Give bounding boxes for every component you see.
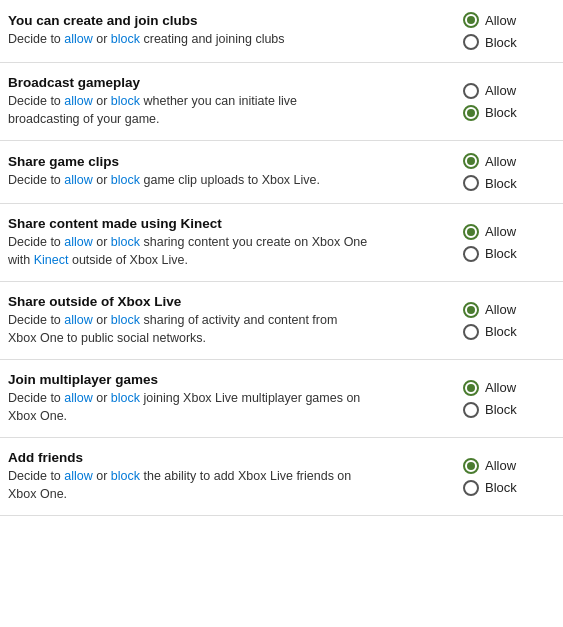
- block-label-kinect: Block: [485, 246, 517, 261]
- setting-desc-link-broadcast[interactable]: block: [111, 94, 140, 108]
- setting-row-broadcast: Broadcast gameplayDecide to allow or blo…: [0, 63, 563, 141]
- allow-option-friends[interactable]: Allow: [463, 458, 516, 474]
- setting-title-multiplayer: Join multiplayer games: [8, 372, 368, 387]
- setting-row-multiplayer: Join multiplayer gamesDecide to allow or…: [0, 360, 563, 438]
- allow-label-gameclips: Allow: [485, 154, 516, 169]
- block-label-outside: Block: [485, 324, 517, 339]
- setting-text-kinect: Share content made using KinectDecide to…: [8, 216, 378, 269]
- allow-option-outside[interactable]: Allow: [463, 302, 516, 318]
- block-option-broadcast[interactable]: Block: [463, 105, 517, 121]
- allow-option-kinect[interactable]: Allow: [463, 224, 516, 240]
- setting-title-outside: Share outside of Xbox Live: [8, 294, 368, 309]
- block-option-gameclips[interactable]: Block: [463, 175, 517, 191]
- radio-group-clubs: AllowBlock: [463, 12, 553, 50]
- block-radio-clubs[interactable]: [463, 34, 479, 50]
- radio-group-kinect: AllowBlock: [463, 224, 553, 262]
- setting-desc-link-kinect[interactable]: Kinect: [34, 253, 69, 267]
- block-label-gameclips: Block: [485, 176, 517, 191]
- setting-desc-link-multiplayer[interactable]: allow: [64, 391, 93, 405]
- allow-label-multiplayer: Allow: [485, 380, 516, 395]
- allow-radio-friends[interactable]: [463, 458, 479, 474]
- block-label-multiplayer: Block: [485, 402, 517, 417]
- block-label-clubs: Block: [485, 35, 517, 50]
- setting-title-friends: Add friends: [8, 450, 368, 465]
- setting-desc-multiplayer: Decide to allow or block joining Xbox Li…: [8, 390, 368, 425]
- settings-list: You can create and join clubsDecide to a…: [0, 0, 563, 516]
- setting-text-outside: Share outside of Xbox LiveDecide to allo…: [8, 294, 378, 347]
- allow-label-outside: Allow: [485, 302, 516, 317]
- radio-group-friends: AllowBlock: [463, 458, 553, 496]
- setting-desc-clubs: Decide to allow or block creating and jo…: [8, 31, 368, 49]
- block-label-friends: Block: [485, 480, 517, 495]
- setting-desc-link-kinect[interactable]: allow: [64, 235, 93, 249]
- setting-text-clubs: You can create and join clubsDecide to a…: [8, 13, 378, 49]
- setting-desc-link-multiplayer[interactable]: block: [111, 391, 140, 405]
- setting-row-gameclips: Share game clipsDecide to allow or block…: [0, 141, 563, 204]
- setting-desc-link-clubs[interactable]: block: [111, 32, 140, 46]
- allow-option-gameclips[interactable]: Allow: [463, 153, 516, 169]
- setting-text-broadcast: Broadcast gameplayDecide to allow or blo…: [8, 75, 378, 128]
- allow-radio-multiplayer[interactable]: [463, 380, 479, 396]
- block-option-outside[interactable]: Block: [463, 324, 517, 340]
- allow-label-clubs: Allow: [485, 13, 516, 28]
- setting-desc-link-friends[interactable]: allow: [64, 469, 93, 483]
- block-radio-friends[interactable]: [463, 480, 479, 496]
- allow-option-clubs[interactable]: Allow: [463, 12, 516, 28]
- setting-row-friends: Add friendsDecide to allow or block the …: [0, 438, 563, 516]
- allow-label-kinect: Allow: [485, 224, 516, 239]
- setting-desc-link-kinect[interactable]: block: [111, 235, 140, 249]
- setting-desc-kinect: Decide to allow or block sharing content…: [8, 234, 368, 269]
- block-radio-kinect[interactable]: [463, 246, 479, 262]
- setting-title-gameclips: Share game clips: [8, 154, 368, 169]
- setting-desc-link-outside[interactable]: block: [111, 313, 140, 327]
- block-radio-multiplayer[interactable]: [463, 402, 479, 418]
- setting-row-outside: Share outside of Xbox LiveDecide to allo…: [0, 282, 563, 360]
- allow-option-multiplayer[interactable]: Allow: [463, 380, 516, 396]
- block-option-kinect[interactable]: Block: [463, 246, 517, 262]
- allow-radio-outside[interactable]: [463, 302, 479, 318]
- setting-text-friends: Add friendsDecide to allow or block the …: [8, 450, 378, 503]
- setting-desc-link-outside[interactable]: allow: [64, 313, 93, 327]
- allow-radio-clubs[interactable]: [463, 12, 479, 28]
- block-label-broadcast: Block: [485, 105, 517, 120]
- setting-desc-outside: Decide to allow or block sharing of acti…: [8, 312, 368, 347]
- radio-group-multiplayer: AllowBlock: [463, 380, 553, 418]
- setting-row-kinect: Share content made using KinectDecide to…: [0, 204, 563, 282]
- allow-radio-broadcast[interactable]: [463, 83, 479, 99]
- setting-desc-link-gameclips[interactable]: allow: [64, 173, 93, 187]
- setting-desc-friends: Decide to allow or block the ability to …: [8, 468, 368, 503]
- setting-desc-link-broadcast[interactable]: allow: [64, 94, 93, 108]
- allow-label-friends: Allow: [485, 458, 516, 473]
- allow-label-broadcast: Allow: [485, 83, 516, 98]
- setting-desc-link-friends[interactable]: block: [111, 469, 140, 483]
- setting-desc-link-clubs[interactable]: allow: [64, 32, 93, 46]
- setting-title-clubs: You can create and join clubs: [8, 13, 368, 28]
- radio-group-gameclips: AllowBlock: [463, 153, 553, 191]
- setting-desc-gameclips: Decide to allow or block game clip uploa…: [8, 172, 368, 190]
- setting-text-multiplayer: Join multiplayer gamesDecide to allow or…: [8, 372, 378, 425]
- setting-title-kinect: Share content made using Kinect: [8, 216, 368, 231]
- allow-option-broadcast[interactable]: Allow: [463, 83, 516, 99]
- block-option-clubs[interactable]: Block: [463, 34, 517, 50]
- block-radio-gameclips[interactable]: [463, 175, 479, 191]
- block-option-friends[interactable]: Block: [463, 480, 517, 496]
- block-radio-outside[interactable]: [463, 324, 479, 340]
- setting-desc-link-gameclips[interactable]: block: [111, 173, 140, 187]
- radio-group-outside: AllowBlock: [463, 302, 553, 340]
- setting-row-clubs: You can create and join clubsDecide to a…: [0, 0, 563, 63]
- allow-radio-kinect[interactable]: [463, 224, 479, 240]
- setting-text-gameclips: Share game clipsDecide to allow or block…: [8, 154, 378, 190]
- block-radio-broadcast[interactable]: [463, 105, 479, 121]
- setting-desc-broadcast: Decide to allow or block whether you can…: [8, 93, 368, 128]
- block-option-multiplayer[interactable]: Block: [463, 402, 517, 418]
- allow-radio-gameclips[interactable]: [463, 153, 479, 169]
- setting-title-broadcast: Broadcast gameplay: [8, 75, 368, 90]
- radio-group-broadcast: AllowBlock: [463, 83, 553, 121]
